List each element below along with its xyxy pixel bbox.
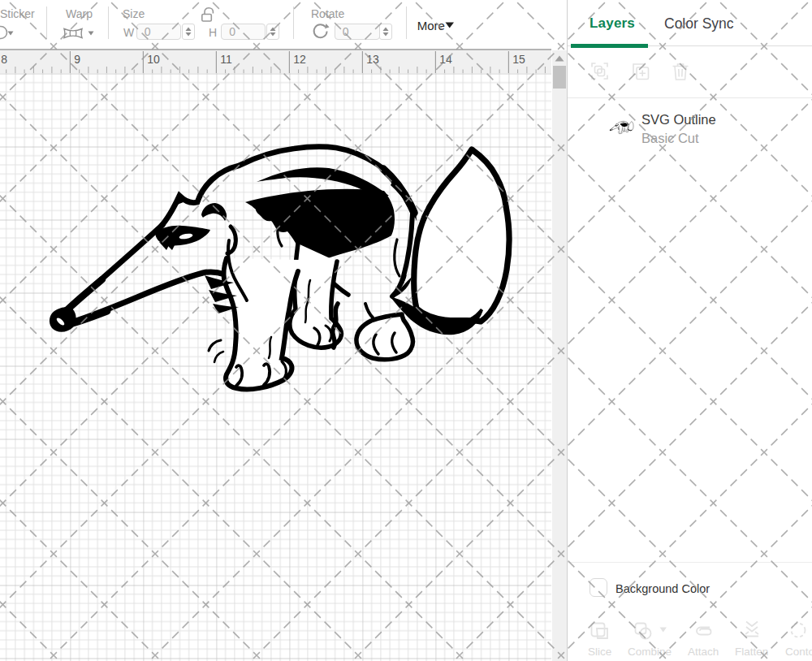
svg-text:15: 15 [512, 53, 525, 66]
svg-text:13: 13 [366, 53, 379, 66]
svg-text:14: 14 [439, 53, 452, 66]
svg-text:10: 10 [147, 53, 160, 66]
svg-text:9: 9 [74, 53, 80, 66]
svg-text:8: 8 [1, 53, 7, 66]
svg-text:12: 12 [293, 53, 306, 66]
svg-text:11: 11 [220, 53, 232, 66]
